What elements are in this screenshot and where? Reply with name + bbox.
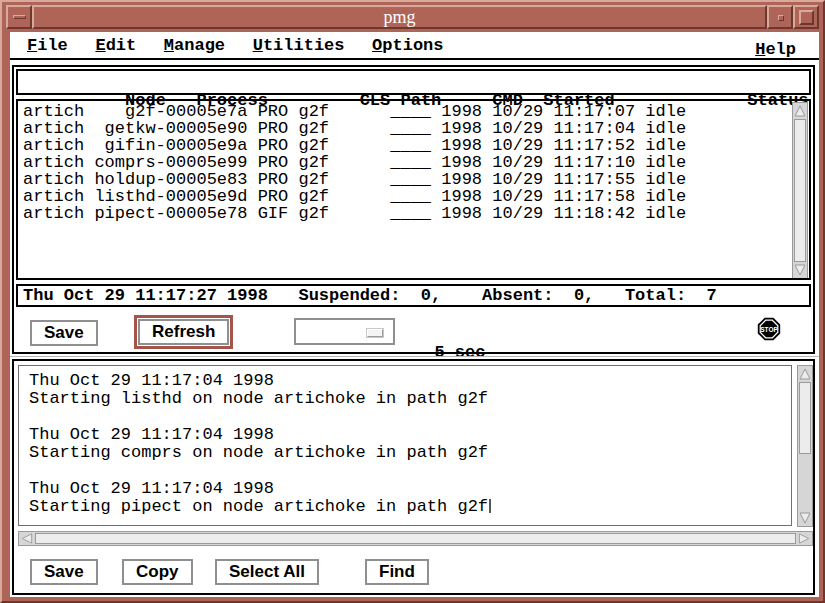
save-button[interactable]: Save <box>30 320 98 346</box>
process-list-box: artich g2f-00005e7a PRO g2f ____ 1998 10… <box>16 99 811 280</box>
process-row[interactable]: artich getkw-00005e90 PRO g2f ____ 1998 … <box>18 120 791 137</box>
menu-options[interactable]: Options <box>363 32 452 55</box>
log-box[interactable]: Thu Oct 29 11:17:04 1998 Starting listhd… <box>18 365 792 526</box>
stop-button[interactable]: STOP <box>757 317 781 341</box>
hscroll-thumb[interactable] <box>35 533 796 544</box>
scroll-down-icon[interactable] <box>798 511 812 525</box>
status-line: Thu Oct 29 11:17:27 1998 Suspended: 0, A… <box>16 284 811 307</box>
refresh-button[interactable]: Refresh <box>138 319 229 345</box>
menubar: File Edit Manage Utilities Options Help <box>10 32 819 60</box>
process-row[interactable]: artich holdup-00005e83 PRO g2f ____ 1998… <box>18 171 791 188</box>
interval-dropdown[interactable]: 5 sec <box>294 318 395 345</box>
log-text: Thu Oct 29 11:17:04 1998 Starting listhd… <box>19 366 791 516</box>
log-save-button[interactable]: Save <box>30 559 98 585</box>
process-list: artich g2f-00005e7a PRO g2f ____ 1998 10… <box>18 103 791 222</box>
scroll-right-icon[interactable] <box>797 532 811 545</box>
process-row[interactable]: artich comprs-00005e99 PRO g2f ____ 1998… <box>18 154 791 171</box>
stop-icon-label: STOP <box>760 326 778 333</box>
minimize-icon <box>778 15 784 21</box>
log-vscrollbar[interactable] <box>797 365 813 527</box>
vscroll-thumb[interactable] <box>794 119 806 262</box>
select-all-button[interactable]: Select All <box>215 559 319 585</box>
log-toolbar: Save Copy Select All Find <box>14 557 813 593</box>
find-button[interactable]: Find <box>365 559 429 585</box>
maximize-button[interactable] <box>793 5 819 29</box>
stop-sign-icon: STOP <box>757 317 781 341</box>
process-row[interactable]: artich gifin-00005e9a PRO g2f ____ 1998 … <box>18 137 791 154</box>
text-cursor <box>489 499 491 513</box>
window-menu-dash-icon <box>13 15 26 19</box>
process-row[interactable]: artich g2f-00005e7a PRO g2f ____ 1998 10… <box>18 103 791 120</box>
process-toolbar: Save Refresh 5 sec STOP <box>14 312 813 354</box>
menu-file[interactable]: File <box>18 32 77 55</box>
menu-help[interactable]: Help <box>746 36 805 59</box>
client-area: File Edit Manage Utilities Options Help … <box>10 32 819 597</box>
panel-separator <box>10 356 819 357</box>
scroll-up-icon[interactable] <box>798 367 812 381</box>
scroll-left-icon[interactable] <box>20 532 34 545</box>
window-title: pmg <box>32 5 767 29</box>
process-list-vscrollbar[interactable] <box>792 102 808 279</box>
menu-utilities[interactable]: Utilities <box>244 32 354 55</box>
log-panel: Thu Oct 29 11:17:04 1998 Starting listhd… <box>12 359 815 595</box>
option-menu-indicator-icon <box>367 329 383 337</box>
copy-button[interactable]: Copy <box>122 559 193 585</box>
process-row[interactable]: artich listhd-00005e9d PRO g2f ____ 1998… <box>18 188 791 205</box>
menu-edit[interactable]: Edit <box>86 32 145 55</box>
scroll-down-icon[interactable] <box>793 263 807 277</box>
process-panel: Node Process CLS Path CMD Started Status… <box>12 65 815 354</box>
maximize-icon <box>799 10 814 25</box>
process-table-header: Node Process CLS Path CMD Started Status <box>16 69 811 95</box>
app-window: pmg File Edit Manage Utilities Options H… <box>0 0 825 603</box>
minimize-button[interactable] <box>767 5 793 29</box>
window-menu-button[interactable] <box>6 5 32 29</box>
refresh-button-default-ring: Refresh <box>134 315 233 349</box>
scroll-up-icon[interactable] <box>793 104 807 118</box>
log-hscrollbar[interactable] <box>18 531 813 546</box>
vscroll-thumb[interactable] <box>799 382 811 454</box>
process-row[interactable]: artich pipect-00005e78 GIF g2f ____ 1998… <box>18 205 791 222</box>
titlebar[interactable]: pmg <box>6 5 819 29</box>
menu-manage[interactable]: Manage <box>155 32 234 55</box>
